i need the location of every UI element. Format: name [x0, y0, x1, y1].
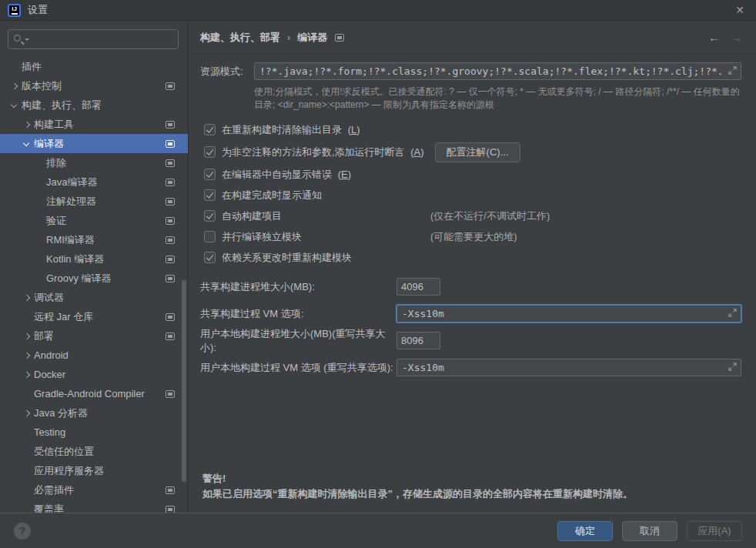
expand-arrow-icon[interactable]: [12, 104, 22, 107]
tree-item[interactable]: Gradle-Android Compiler: [0, 384, 188, 403]
intellij-logo-icon: IJ: [8, 4, 21, 17]
checkbox[interactable]: [204, 210, 216, 222]
expand-arrow-icon[interactable]: [12, 84, 22, 89]
tree-item-label: RMI编译器: [46, 233, 95, 247]
tree-item[interactable]: 应用程序服务器: [0, 461, 188, 480]
field-label: 用户本地构建过程 VM 选项 (重写共享选项):: [200, 361, 396, 375]
tree-item[interactable]: 编译器: [0, 134, 188, 153]
tree-item[interactable]: 远程 Jar 仓库: [0, 307, 188, 326]
expand-arrow-icon[interactable]: [24, 411, 34, 416]
checkbox-label-text: 在构建完成时显示通知: [222, 189, 322, 201]
search-wrap: [8, 29, 179, 49]
expand-icon[interactable]: [728, 309, 737, 317]
field-label: 共享构建进程堆大小(MB):: [200, 280, 396, 294]
tree-item[interactable]: 构建、执行、部署: [0, 95, 188, 115]
expand-arrow-icon[interactable]: [24, 353, 34, 358]
tree-item[interactable]: 覆盖率: [0, 500, 188, 513]
expand-icon[interactable]: [728, 363, 737, 371]
checkbox[interactable]: [204, 146, 216, 158]
configure-annotations-button[interactable]: 配置注解(C)...: [435, 142, 520, 162]
back-arrow-icon[interactable]: ←: [708, 31, 720, 44]
checkbox-label-text: 依赖关系更改时重新构建模块: [222, 252, 352, 263]
expand-arrow-icon[interactable]: [24, 296, 34, 300]
screen-settings-icon: [166, 140, 175, 148]
tree-item[interactable]: 插件: [0, 57, 188, 76]
screen-settings-icon: [166, 390, 175, 398]
tree-item[interactable]: 部署: [0, 326, 188, 346]
checkbox-row: 依赖关系更改时重新构建模块: [204, 247, 741, 268]
checkbox-label: 在重新构建时清除输出目录 (L): [222, 123, 360, 137]
screen-settings-icon: [335, 34, 344, 42]
tree-item[interactable]: Java编译器: [0, 172, 188, 192]
checkbox[interactable]: [204, 124, 216, 135]
tree-item[interactable]: 验证: [0, 211, 188, 230]
tree-item[interactable]: Android: [0, 346, 188, 365]
sidebar-scrollbar[interactable]: [182, 280, 186, 482]
forward-arrow-icon: →: [731, 31, 742, 44]
screen-settings-icon: [166, 275, 175, 282]
tree-item[interactable]: 版本控制: [0, 76, 188, 95]
warning-title: 警告!: [202, 471, 633, 486]
tree-item[interactable]: 注解处理器: [0, 192, 188, 211]
breadcrumb-parent[interactable]: 构建、执行、部署: [200, 31, 280, 45]
tree-item[interactable]: Docker: [0, 365, 188, 384]
tree-item-label: Kotlin 编译器: [46, 252, 104, 266]
tree-item[interactable]: Kotlin 编译器: [0, 249, 188, 269]
checkbox[interactable]: [204, 252, 216, 263]
warning-text: 如果已启用选项“重新构建时清除输出目录”，存储生成源的目录的全部内容将在重新构建…: [202, 486, 633, 502]
dialog-body: 插件 版本控制 构建、执行、部署: [0, 22, 756, 513]
field-row: 用户本地构建进程堆大小(MB)(重写共享大小):: [200, 327, 741, 354]
tree-item[interactable]: Groovy 编译器: [0, 269, 188, 288]
mnemonic: (E): [338, 169, 351, 180]
checkbox[interactable]: [204, 189, 216, 201]
tree-item[interactable]: 构建工具: [0, 115, 188, 134]
expand-arrow-icon[interactable]: [24, 334, 34, 339]
checkbox-label: 依赖关系更改时重新构建模块: [222, 251, 352, 265]
field-input[interactable]: [396, 305, 741, 322]
tree-item[interactable]: 受信任的位置: [0, 442, 188, 461]
settings-sidebar: 插件 版本控制 构建、执行、部署: [0, 22, 189, 513]
resource-patterns-input[interactable]: [254, 62, 741, 80]
tree-item-label: 覆盖率: [34, 503, 64, 513]
field-label: 共享构建过程 VM 选项:: [200, 307, 396, 321]
field-input[interactable]: [396, 359, 741, 376]
search-input[interactable]: [8, 29, 179, 49]
expand-arrow-icon[interactable]: [24, 373, 34, 377]
tree-item-label: 远程 Jar 仓库: [34, 310, 93, 324]
field-input[interactable]: [396, 278, 440, 296]
tree-item[interactable]: Testing: [0, 423, 188, 442]
tree-item[interactable]: 调试器: [0, 288, 188, 307]
search-icon: [14, 35, 21, 42]
checkbox[interactable]: [204, 169, 216, 180]
help-icon[interactable]: ?: [14, 523, 31, 540]
ok-button[interactable]: 确定: [557, 521, 613, 541]
tree-item-label: 应用程序服务器: [34, 464, 104, 478]
settings-dialog: IJ 设置 ✕ 插件: [0, 0, 756, 548]
checkbox-row: 在重新构建时清除输出目录 (L): [204, 119, 741, 140]
screen-settings-icon: [166, 198, 175, 206]
checkbox-label-text: 为非空注释的方法和参数,添加运行时断言: [222, 146, 405, 158]
mnemonic: (A): [410, 146, 423, 158]
cancel-button[interactable]: 取消: [622, 521, 677, 541]
screen-settings-icon: [166, 82, 175, 90]
tree-item-label: 注解处理器: [46, 195, 96, 209]
search-options-caret-icon[interactable]: [25, 38, 29, 41]
tree-item[interactable]: Java 分析器: [0, 403, 188, 423]
checkbox[interactable]: [204, 231, 216, 242]
tree-item[interactable]: 排除: [0, 153, 188, 172]
expand-icon[interactable]: [728, 66, 737, 75]
screen-settings-icon: [166, 506, 175, 513]
breadcrumb-separator: ›: [287, 32, 290, 43]
expand-arrow-icon[interactable]: [24, 122, 34, 127]
compiler-settings-content: 资源模式: 使用;分隔模式，使用!求反模式。已接受通配符: ? — 仅一个符号;…: [189, 54, 756, 513]
field-input[interactable]: [396, 332, 440, 349]
tree-item-label: 编译器: [34, 137, 64, 151]
close-icon[interactable]: ✕: [731, 4, 748, 16]
tree-item[interactable]: 必需插件: [0, 480, 188, 500]
window-title: 设置: [28, 3, 48, 17]
screen-settings-icon: [166, 179, 175, 186]
resource-patterns-label: 资源模式:: [200, 65, 254, 79]
expand-arrow-icon[interactable]: [24, 142, 34, 145]
tree-item[interactable]: RMI编译器: [0, 230, 188, 249]
checkbox-hint: (仅在不运行/不调试时工作): [430, 209, 550, 223]
